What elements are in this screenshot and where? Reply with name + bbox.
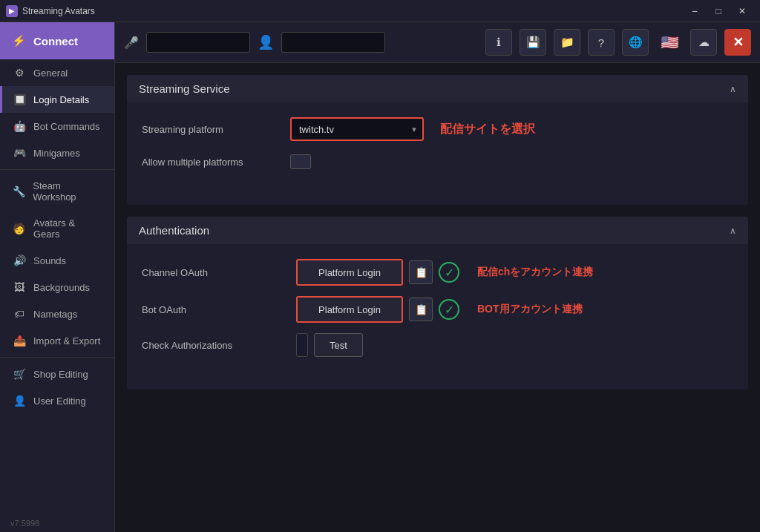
- user-editing-icon: 👤: [13, 395, 26, 407]
- sidebar-label-general: General: [33, 68, 68, 79]
- app-container: ⚡ Connect ⚙ General 🔲 Login Details 🤖 Bo…: [0, 22, 760, 532]
- shop-editing-icon: 🛒: [13, 368, 26, 380]
- sidebar-label-import-export: Import & Export: [33, 335, 100, 347]
- flag-button[interactable]: 🇺🇸: [656, 29, 683, 56]
- sidebar-item-bot-commands[interactable]: 🤖 Bot Commands: [0, 113, 114, 139]
- channel-copy-button[interactable]: 📋: [409, 260, 433, 284]
- bot-oauth-row: Bot OAuth Platform Login 📋 ✓ BOT用アカウント連携: [142, 296, 733, 323]
- test-button[interactable]: Test: [314, 333, 363, 357]
- folder-icon: 📁: [560, 36, 574, 49]
- bot-login-button[interactable]: Platform Login: [298, 298, 402, 321]
- sidebar-item-sounds[interactable]: 🔊 Sounds: [0, 247, 114, 274]
- top-toolbar: 🎤 👤 ℹ 💾 📁 ? 🌐: [115, 22, 760, 63]
- platform-label: Streaming platform: [142, 124, 290, 135]
- sounds-icon: 🔊: [13, 254, 26, 266]
- check-auth-spacer: [296, 333, 308, 357]
- import-export-icon: 📤: [13, 335, 26, 347]
- connect-icon: ⚡: [12, 34, 26, 47]
- channel-callout: 配信chをアカウント連携: [477, 266, 593, 279]
- backgrounds-icon: 🖼: [13, 281, 26, 293]
- multi-platform-row: Allow multiple platforms: [142, 154, 733, 169]
- globe-button[interactable]: 🌐: [622, 29, 649, 56]
- bot-oauth-label: Bot OAuth: [142, 304, 290, 315]
- sidebar-item-steam-workshop[interactable]: 🔧 Steam Workshop: [0, 173, 114, 210]
- app-icon: ▶: [6, 5, 18, 17]
- main-close-icon: ✕: [733, 34, 744, 50]
- sidebar-label-steam-workshop: Steam Workshop: [33, 180, 104, 203]
- authentication-body: Channel OAuth Platform Login 📋 ✓ 配信chをアカ…: [127, 244, 748, 390]
- bot-copy-button[interactable]: 📋: [409, 298, 433, 321]
- steam-workshop-icon: 🔧: [13, 185, 25, 197]
- app-title: Streaming Avatars: [22, 6, 95, 16]
- channel-login-button[interactable]: Platform Login: [298, 260, 402, 284]
- sidebar-item-import-export[interactable]: 📤 Import & Export: [0, 327, 114, 354]
- platform-row: Streaming platform twitch.tv youtube fac…: [142, 117, 733, 141]
- multi-platform-checkbox[interactable]: [290, 154, 311, 169]
- avatars-gears-icon: 🧑: [13, 223, 26, 234]
- mic-input[interactable]: [146, 32, 250, 53]
- sidebar-label-nametags: Nametags: [33, 309, 77, 320]
- folder-button[interactable]: 📁: [554, 29, 580, 56]
- multi-platform-control: [290, 154, 311, 169]
- save-button[interactable]: 💾: [520, 29, 546, 56]
- authentication-chevron[interactable]: ∧: [730, 226, 736, 236]
- maximize-button[interactable]: □: [707, 4, 730, 19]
- authentication-title: Authentication: [139, 224, 209, 237]
- check-auth-label: Check Authorizations: [142, 340, 290, 351]
- main-area: 🎤 👤 ℹ 💾 📁 ? 🌐: [115, 22, 760, 532]
- globe-icon: 🌐: [629, 36, 643, 49]
- sidebar-divider-2: [0, 357, 114, 358]
- channel-copy-icon: 📋: [415, 266, 428, 278]
- sidebar-label-minigames: Minigames: [33, 148, 80, 159]
- sidebar-item-nametags[interactable]: 🏷 Nametags: [0, 301, 114, 327]
- user-input[interactable]: [281, 32, 385, 53]
- save-icon: 💾: [526, 36, 540, 49]
- bot-callout: BOT用アカウント連携: [477, 303, 583, 316]
- title-bar-controls: – □ ✕: [683, 4, 754, 19]
- title-bar-left: ▶ Streaming Avatars: [6, 5, 95, 17]
- nametags-icon: 🏷: [13, 308, 26, 320]
- platform-control: twitch.tv youtube facebook 配信サイトを選択: [290, 117, 535, 141]
- platform-select[interactable]: twitch.tv youtube facebook: [290, 117, 424, 141]
- channel-oauth-row: Channel OAuth Platform Login 📋 ✓ 配信chをアカ…: [142, 259, 733, 286]
- login-details-icon: 🔲: [13, 93, 26, 105]
- authentication-header: Authentication ∧: [127, 217, 748, 244]
- help-icon: ?: [598, 36, 604, 49]
- sidebar-header[interactable]: ⚡ Connect: [0, 22, 114, 59]
- info-icon: ℹ: [497, 36, 501, 49]
- titlebar-close-button[interactable]: ✕: [730, 4, 754, 19]
- sidebar-label-backgrounds: Backgrounds: [33, 282, 90, 293]
- sidebar-item-backgrounds[interactable]: 🖼 Backgrounds: [0, 274, 114, 301]
- sidebar-label-avatars-gears: Avatars & Gears: [33, 217, 104, 240]
- cloud-icon: ☁: [698, 36, 710, 49]
- mic-input-group: [146, 32, 250, 53]
- channel-oauth-label: Channel OAuth: [142, 267, 290, 278]
- streaming-service-body: Streaming platform twitch.tv youtube fac…: [127, 102, 748, 205]
- info-button[interactable]: ℹ: [485, 29, 512, 56]
- sidebar-item-login-details[interactable]: 🔲 Login Details: [0, 86, 114, 113]
- streaming-service-chevron[interactable]: ∧: [730, 84, 736, 94]
- bot-oauth-input-wrap: Platform Login: [296, 296, 403, 323]
- bot-copy-icon: 📋: [415, 303, 428, 315]
- channel-check-icon: ✓: [439, 262, 459, 283]
- main-close-button[interactable]: ✕: [724, 29, 751, 56]
- minigames-icon: 🎮: [13, 147, 26, 159]
- sidebar-item-user-editing[interactable]: 👤 User Editing: [0, 387, 114, 414]
- minimize-button[interactable]: –: [683, 4, 707, 19]
- multi-platform-label: Allow multiple platforms: [142, 157, 290, 168]
- mic-icon: 🎤: [124, 36, 139, 50]
- user-input-group: [281, 32, 385, 53]
- sidebar-item-general[interactable]: ⚙ General: [0, 59, 114, 86]
- sidebar-item-avatars-gears[interactable]: 🧑 Avatars & Gears: [0, 210, 114, 247]
- cloud-button[interactable]: ☁: [690, 29, 717, 56]
- version-label: v7.5998: [0, 514, 114, 532]
- sidebar-item-minigames[interactable]: 🎮 Minigames: [0, 139, 114, 166]
- sidebar-label-login-details: Login Details: [33, 94, 89, 105]
- platform-select-wrapper: twitch.tv youtube facebook: [290, 117, 424, 141]
- bot-check-icon: ✓: [439, 299, 459, 320]
- general-icon: ⚙: [13, 67, 26, 79]
- help-button[interactable]: ?: [588, 29, 615, 56]
- platform-callout: 配信サイトを選択: [440, 122, 535, 137]
- sidebar-label-user-editing: User Editing: [33, 395, 86, 407]
- sidebar-item-shop-editing[interactable]: 🛒 Shop Editing: [0, 361, 114, 387]
